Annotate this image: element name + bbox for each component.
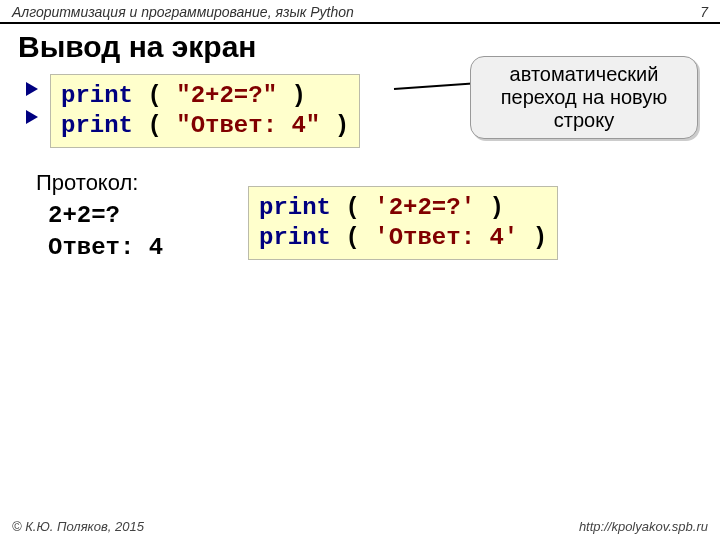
string-literal: '2+2=?' xyxy=(374,194,475,221)
keyword: print xyxy=(61,112,133,139)
output-line: Ответ: 4 xyxy=(48,234,163,261)
string-literal: "2+2=?" xyxy=(176,82,277,109)
protocol-output: 2+2=? Ответ: 4 xyxy=(36,200,163,265)
footer-url: http://kpolyakov.spb.ru xyxy=(579,519,708,534)
bullet-arrows xyxy=(26,82,38,124)
keyword: print xyxy=(259,194,331,221)
code-text: ( xyxy=(331,224,374,251)
output-line: 2+2=? xyxy=(48,202,120,229)
code-text: ( xyxy=(331,194,374,221)
code-text: ( xyxy=(133,82,176,109)
keyword: print xyxy=(61,82,133,109)
protocol-block: Протокол: 2+2=? Ответ: 4 xyxy=(36,170,163,265)
code-text: ) xyxy=(518,224,547,251)
arrow-icon xyxy=(26,110,38,124)
slide-footer: © К.Ю. Поляков, 2015 http://kpolyakov.sp… xyxy=(12,519,708,534)
page-number: 7 xyxy=(700,4,708,20)
code-text: ) xyxy=(277,82,306,109)
code-text: ) xyxy=(475,194,504,221)
slide-header: Алгоритмизация и программирование, язык … xyxy=(0,0,720,24)
callout-connector xyxy=(394,82,476,90)
code-block-double-quotes: print ( "2+2=?" ) print ( "Ответ: 4" ) xyxy=(50,74,360,148)
header-topic: Алгоритмизация и программирование, язык … xyxy=(12,4,354,20)
code-block-single-quotes: print ( '2+2=?' ) print ( 'Ответ: 4' ) xyxy=(248,186,558,260)
code-text: ( xyxy=(133,112,176,139)
keyword: print xyxy=(259,224,331,251)
copyright: © К.Ю. Поляков, 2015 xyxy=(12,519,144,534)
callout-bubble: автоматический переход на новую строку xyxy=(470,56,698,139)
string-literal: 'Ответ: 4' xyxy=(374,224,518,251)
protocol-label: Протокол: xyxy=(36,170,163,196)
string-literal: "Ответ: 4" xyxy=(176,112,320,139)
arrow-icon xyxy=(26,82,38,96)
code-text: ) xyxy=(320,112,349,139)
